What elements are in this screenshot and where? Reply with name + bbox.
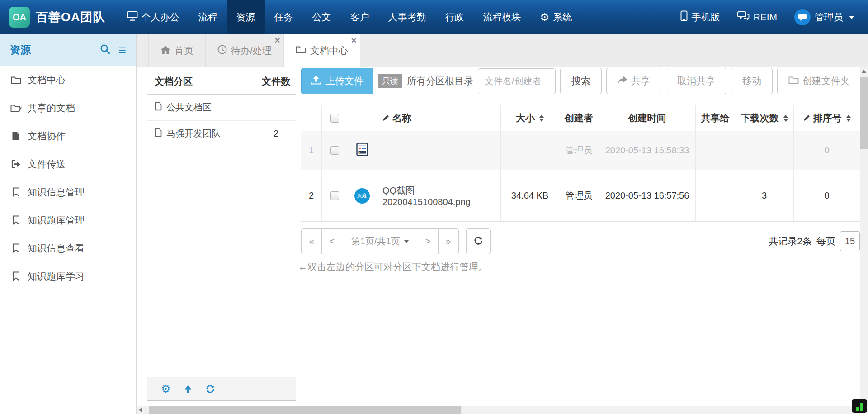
sidebar-item-knowledge-bank-mgmt[interactable]: 知识题库管理 [0,206,136,234]
row-checkbox[interactable] [330,146,339,155]
chat-bubbles-icon [737,11,750,24]
refresh-button[interactable] [466,228,491,254]
sidebar-item-knowledge-info-mgmt[interactable]: 知识信息管理 [0,178,136,206]
sign-out-icon [10,160,22,169]
upload-icon [311,75,321,87]
menu-label: 个人办公 [142,11,179,24]
menu-hr-attendance[interactable]: 人事考勤 [379,0,436,34]
cell-name[interactable]: QQ截图20200415100804.png [376,170,501,221]
menu-official-docs[interactable]: 公文 [303,0,341,34]
next-page-button[interactable]: > [418,228,439,254]
menu-toggle-icon[interactable]: ≡ [118,43,126,57]
menu-label: 任务 [274,11,293,24]
menu-label: 资源 [236,11,255,24]
sidebar-item-doc-collab[interactable]: 文档协作 [0,122,136,150]
menu-customers[interactable]: 客户 [341,0,379,34]
per-page-select[interactable]: 15 [840,231,860,251]
arrow-up-icon[interactable] [184,385,193,394]
share-button[interactable]: 共享 [606,68,661,94]
readonly-badge: 只读 [378,74,402,88]
size-column-header[interactable]: 大小 [501,105,559,131]
partition-row-team[interactable]: 马强开发团队 2 [147,121,296,147]
cell-checkbox [322,131,348,170]
name-column-header[interactable]: 名称 [376,105,501,131]
partition-row-public[interactable]: 公共文档区 [147,95,296,121]
sidebar-item-file-transfer[interactable]: 文件传送 [0,150,136,178]
sidebar-item-label: 知识题库管理 [28,214,85,227]
user-name-label: 管理员 [815,11,843,24]
cell-created: 2020-05-13 16:57:56 [599,170,696,221]
create-folder-button[interactable]: 创建文件夹 [777,68,860,94]
user-menu[interactable]: 管理员 [794,9,854,25]
cell-index: 2 [301,170,322,221]
table-header-row: 名称 大小 创建者 创建时间 共享给 下载次数 排序号 [301,105,860,131]
last-page-button[interactable]: » [438,228,459,254]
sidebar-item-shared-docs[interactable]: 共享的文档 [0,94,136,122]
table-row[interactable]: 2 汉庭 QQ截图20200415100804.png 34.64 KB 管理员… [301,170,860,222]
menu-workflow[interactable]: 流程 [189,0,227,34]
refresh-icon[interactable] [205,384,215,394]
sort-no-column-header[interactable]: 排序号 [794,105,860,131]
records-count-label: 共记录2条 [769,235,812,247]
close-icon[interactable]: × [275,35,280,45]
level-bar-icon [860,403,863,411]
sidebar-item-doc-center[interactable]: 文档中心 [0,66,136,94]
sidebar-item-label: 知识信息管理 [28,186,85,199]
per-page-label: 每页 [816,235,835,247]
cell-name [376,131,501,170]
menu-tasks[interactable]: 任务 [265,0,303,34]
menu-resources[interactable]: 资源 [227,0,265,34]
bookmark-icon [10,243,22,253]
scroll-left-arrow-icon[interactable] [139,407,142,413]
column-label: 创建者 [565,112,593,124]
settings-icon[interactable]: ⚙ [161,384,171,395]
share-icon [618,76,627,86]
upload-file-button[interactable]: 上传文件 [301,68,373,94]
cell-size: 34.64 KB [501,170,559,221]
page-indicator[interactable]: 第1页/共1页 [342,228,418,254]
move-button[interactable]: 移动 [731,68,773,94]
horizontal-scrollbar[interactable] [137,406,860,414]
cell-size [501,131,559,170]
cell-downloads [735,131,794,170]
brand[interactable]: OA 百善OA团队 [0,0,118,34]
tab-doc-center[interactable]: 文档中心 × [284,34,360,67]
select-all-checkbox[interactable] [330,114,339,123]
icon-column-header [348,105,376,131]
scroll-up-arrow-icon[interactable] [861,70,867,73]
main-menu: 个人办公 流程 资源 任务 公文 客户 人事考勤 行政 流程模块 ⚙ 系统 [118,0,582,34]
first-page-button[interactable]: « [301,228,322,254]
prev-page-button[interactable]: < [321,228,342,254]
search-icon[interactable] [100,44,110,56]
unshare-button[interactable]: 取消共享 [666,68,726,94]
downloads-column-header[interactable]: 下载次数 [735,105,794,131]
sidebar-item-label: 知识信息查看 [28,242,85,255]
reim-link[interactable]: REIM [737,11,778,24]
menu-workflow-modules[interactable]: 流程模块 [474,0,531,34]
file-search-input[interactable] [478,68,556,94]
pencil-icon [382,113,390,124]
tab-home[interactable]: 首页 [148,34,206,67]
vertical-scrollbar-thumb[interactable] [860,77,868,149]
sidebar-item-label: 文档协作 [28,130,66,143]
mobile-version-link[interactable]: 手机版 [680,10,720,24]
menu-personal-office[interactable]: 个人办公 [118,0,189,34]
table-row[interactable]: 1 管理员 2020-05-13 16:58:33 0 [301,131,860,170]
close-icon[interactable]: × [351,35,357,45]
menu-system[interactable]: ⚙ 系统 [531,0,582,34]
vertical-scrollbar[interactable] [860,67,868,406]
cell-file-icon [348,131,376,170]
application-file-icon [356,143,368,158]
partition-count [256,95,296,120]
menu-administration[interactable]: 行政 [436,0,474,34]
tab-todo[interactable]: 待办/处理 × [206,34,284,67]
row-checkbox[interactable] [330,191,339,200]
sidebar-item-knowledge-info-view[interactable]: 知识信息查看 [0,234,136,262]
cell-shared-to [696,170,735,221]
partition-footer: ⚙ [147,377,296,400]
sidebar-item-knowledge-bank-learn[interactable]: 知识题库学习 [0,262,136,290]
search-button[interactable]: 搜索 [560,68,602,94]
column-label: 下载次数 [741,112,779,124]
horizontal-scrollbar-thumb[interactable] [149,406,461,414]
pagination-group: « < 第1页/共1页 > » [301,228,459,254]
